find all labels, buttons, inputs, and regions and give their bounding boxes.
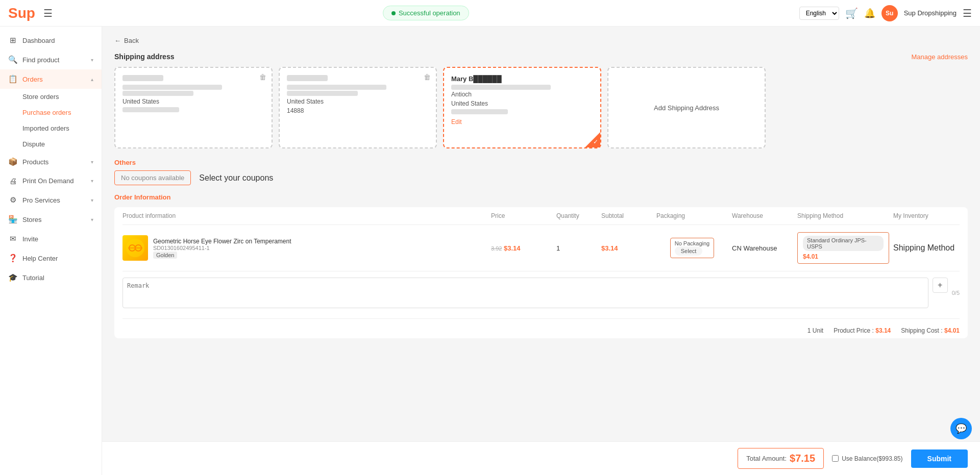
user-name[interactable]: Sup Dropshipping: [904, 9, 957, 17]
shipping-cost-value: $4.01: [944, 327, 960, 334]
chat-bubble[interactable]: 💬: [950, 418, 972, 439]
remark-add-button[interactable]: +: [933, 278, 948, 293]
packaging-select-button[interactable]: Select: [675, 246, 703, 256]
address-3-line1: [451, 85, 551, 90]
bell-icon[interactable]: 🔔: [864, 8, 875, 19]
summary-row: 1 Unit Product Price : $3.14 Shipping Co…: [122, 323, 960, 338]
coupon-row: No coupons available Select your coupons: [114, 170, 968, 185]
total-amount: $7.15: [790, 453, 815, 464]
shipping-method-price: $4.01: [803, 253, 884, 260]
sidebar-item-tutorial[interactable]: 🎓 Tutorial: [0, 268, 102, 287]
remark-textarea[interactable]: [122, 278, 928, 308]
table-row: Geometric Horse Eye Flower Zirc on Tempe…: [122, 225, 960, 271]
sidebar-label-dispute: Dispute: [22, 140, 45, 148]
sidebar-item-help-center[interactable]: ❓ Help Center: [0, 248, 102, 268]
sidebar-item-print-on-demand[interactable]: 🖨 Print On Demand ▾: [0, 171, 102, 190]
th-price: Price: [491, 212, 552, 219]
address-2-country: United States: [287, 98, 429, 105]
balance-label: Use Balance($993.85): [842, 455, 902, 462]
address-1-zip: [122, 107, 179, 112]
header: Sup ☰ Successful operation English 🛒 🔔 S…: [0, 0, 980, 27]
product-table: Product information Price Quantity Subto…: [114, 207, 968, 338]
sidebar-item-imported-orders[interactable]: Imported orders: [0, 120, 102, 136]
sidebar-item-invite[interactable]: ✉ Invite: [0, 229, 102, 248]
packaging-cell: No Packaging Select: [656, 238, 728, 258]
hamburger-icon[interactable]: ☰: [963, 7, 972, 19]
add-address-card[interactable]: Add Shipping Address: [607, 67, 766, 148]
select-coupons-label: Select your coupons: [199, 173, 273, 183]
submit-button[interactable]: Submit: [911, 449, 968, 468]
sidebar-label-find-product: Find product: [22, 56, 86, 64]
balance-check-label[interactable]: Use Balance($993.85): [832, 455, 902, 462]
address-card-3[interactable]: Mary B██████ Antioch United States Edit: [443, 67, 601, 148]
avatar[interactable]: Su: [881, 5, 898, 21]
sidebar-item-pro-services[interactable]: ⚙ Pro Services ▾: [0, 190, 102, 210]
cart-icon[interactable]: 🛒: [845, 7, 858, 19]
chevron-pro-icon: ▾: [91, 197, 93, 203]
sidebar: ⊞ Dashboard 🔍 Find product ▾ 📋 Orders ▴ …: [0, 27, 102, 475]
quantity-cell: 1: [556, 244, 597, 252]
remark-count: 0/5: [952, 290, 960, 296]
balance-checkbox[interactable]: [832, 455, 839, 462]
language-select[interactable]: English: [799, 7, 839, 20]
others-section: Others No coupons available Select your …: [114, 159, 968, 185]
no-coupons-box[interactable]: No coupons available: [114, 170, 191, 185]
sidebar-label-store-orders: Store orders: [22, 93, 59, 101]
sidebar-label-help: Help Center: [22, 255, 93, 262]
address-card-2[interactable]: 🗑 United States 14888: [279, 67, 437, 148]
shipping-method-title: Shipping Method: [893, 243, 954, 252]
product-image: [122, 235, 148, 261]
sidebar-item-dispute[interactable]: Dispute: [0, 136, 102, 152]
selected-checkmark: [585, 132, 600, 147]
delete-address-1-icon[interactable]: 🗑: [259, 73, 266, 81]
add-address-label: Add Shipping Address: [654, 104, 719, 112]
address-card-1[interactable]: 🗑 United States: [114, 67, 273, 148]
sidebar-item-dashboard[interactable]: ⊞ Dashboard: [0, 31, 102, 50]
edit-address-3-link[interactable]: Edit: [451, 118, 593, 126]
order-info-title: Order Information: [114, 193, 968, 201]
sidebar-item-stores[interactable]: 🏪 Stores ▾: [0, 210, 102, 229]
sidebar-item-find-product[interactable]: 🔍 Find product ▾: [0, 50, 102, 69]
shipping-cost-label: Shipping Cost : $4.01: [901, 327, 960, 334]
price-new: $3.14: [504, 244, 521, 252]
print-icon: 🖨: [8, 177, 17, 185]
menu-icon[interactable]: ☰: [43, 7, 53, 19]
chevron-products-icon: ▾: [91, 159, 93, 165]
product-info-cell: Geometric Horse Eye Flower Zirc on Tempe…: [122, 235, 487, 261]
sidebar-label-pro-services: Pro Services: [22, 196, 86, 204]
table-header: Product information Price Quantity Subto…: [122, 207, 960, 225]
back-button[interactable]: ← Back: [114, 37, 968, 44]
sidebar-label-invite: Invite: [22, 235, 93, 243]
shipping-address-section-header: Shipping address Manage addresses: [114, 53, 968, 61]
invite-icon: ✉: [8, 234, 17, 243]
my-inventory-cell: Shipping Method: [893, 243, 960, 253]
tutorial-icon: 🎓: [8, 273, 17, 282]
product-details: Geometric Horse Eye Flower Zirc on Tempe…: [153, 238, 291, 259]
sidebar-item-orders[interactable]: 📋 Orders ▴: [0, 69, 102, 89]
product-sku: SD01301602495411-1: [153, 245, 291, 251]
sidebar-item-products[interactable]: 📦 Products ▾: [0, 152, 102, 171]
sidebar-item-purchase-orders[interactable]: Purchase orders: [0, 105, 102, 120]
address-1-name: [122, 75, 264, 83]
chevron-icon: ▾: [91, 57, 93, 63]
sidebar-label-tutorial: Tutorial: [22, 274, 93, 282]
sidebar-label-stores: Stores: [22, 216, 86, 223]
address-3-city: Antioch: [451, 91, 593, 98]
chevron-orders-icon: ▴: [91, 77, 93, 82]
divider: [122, 318, 960, 319]
help-icon: ❓: [8, 254, 17, 263]
product-price-label: Product Price : $3.14: [834, 327, 891, 334]
th-product-info: Product information: [122, 212, 487, 219]
address-3-name: Mary B██████: [451, 75, 593, 83]
sidebar-item-store-orders[interactable]: Store orders: [0, 89, 102, 105]
back-arrow-icon: ←: [114, 37, 121, 44]
sidebar-label-products: Products: [22, 158, 86, 166]
delete-address-2-icon[interactable]: 🗑: [424, 73, 431, 81]
address-3-zip: [451, 109, 508, 114]
manage-addresses-link[interactable]: Manage addresses: [911, 53, 968, 61]
total-label: Total Amount:: [746, 455, 787, 462]
no-packaging-label: No Packaging: [675, 240, 710, 246]
address-cards: 🗑 United States 🗑 United States 14888: [114, 67, 968, 148]
shipping-method-name: Standard Ordinary JPS-USPS: [803, 236, 884, 251]
success-dot: [391, 11, 396, 15]
